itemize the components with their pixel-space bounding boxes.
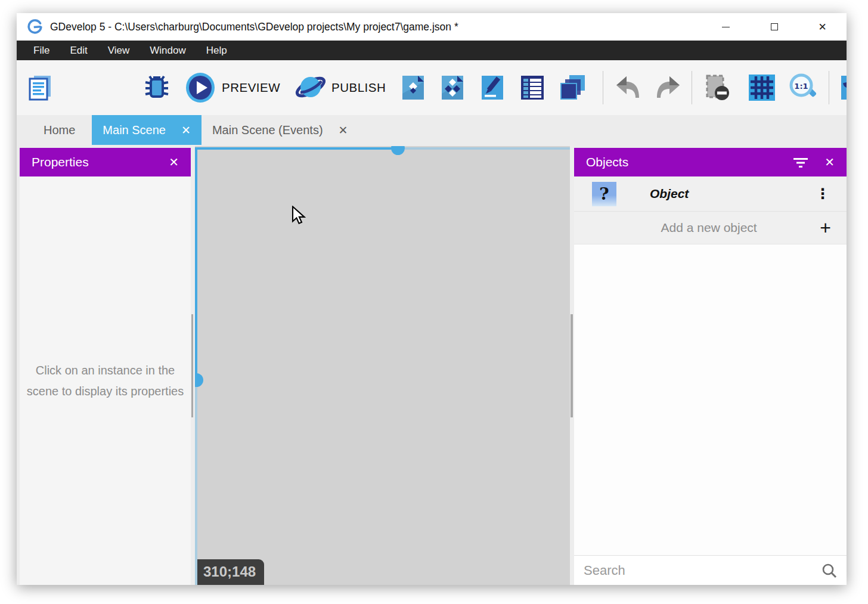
open-events-icon[interactable] xyxy=(519,74,546,101)
resize-handle-top[interactable] xyxy=(391,146,405,155)
properties-panel: Properties ✕ Click on an instance in the… xyxy=(20,148,191,585)
objects-close-icon[interactable]: ✕ xyxy=(824,155,835,169)
game-window-border-top xyxy=(195,147,398,150)
tab-label: Main Scene xyxy=(103,123,166,137)
app-window: GDevelop 5 - C:\Users\charburg\Documents… xyxy=(17,13,847,585)
publish-button[interactable]: PUBLISH xyxy=(294,72,386,103)
tab-label: Main Scene (Events) xyxy=(212,123,323,137)
menu-edit[interactable]: Edit xyxy=(60,41,97,60)
menu-window[interactable]: Window xyxy=(140,41,196,60)
tab-bar: Home Main Scene ✕ Main Scene (Events) ✕ xyxy=(17,115,847,145)
search-icon[interactable] xyxy=(822,563,837,578)
preview-button[interactable]: PREVIEW xyxy=(185,72,280,103)
maximize-button[interactable] xyxy=(750,13,798,41)
tab-main-scene-events[interactable]: Main Scene (Events) ✕ xyxy=(202,115,359,145)
object-list-item[interactable]: ? Object ⋮ xyxy=(574,176,847,212)
publish-label: PUBLISH xyxy=(331,80,386,95)
tab-close-icon[interactable]: ✕ xyxy=(181,123,191,137)
window-controls: ✕ xyxy=(702,13,847,41)
resize-handle-left[interactable] xyxy=(195,373,203,387)
objects-header: Objects ✕ xyxy=(574,148,847,176)
clear-selection-icon[interactable] xyxy=(703,74,730,101)
properties-header: Properties ✕ xyxy=(20,148,191,176)
properties-body: Click on an instance in the scene to dis… xyxy=(20,176,191,585)
grid-icon[interactable] xyxy=(748,74,776,101)
tab-label: Home xyxy=(44,123,75,137)
add-object-label: Add a new object xyxy=(574,221,820,235)
properties-close-icon[interactable]: ✕ xyxy=(169,155,179,169)
right-scrollbar-track xyxy=(570,145,574,585)
minimize-button[interactable] xyxy=(702,13,750,41)
preview-label: PREVIEW xyxy=(222,80,280,95)
object-name: Object xyxy=(650,187,689,201)
tools-icon[interactable] xyxy=(838,74,847,101)
object-thumbnail-icon: ? xyxy=(592,182,616,206)
redo-icon[interactable] xyxy=(655,74,682,101)
objects-title: Objects xyxy=(586,155,628,169)
add-object-button[interactable]: Add a new object + xyxy=(574,212,847,244)
add-icon: + xyxy=(820,218,831,237)
editor-content: Properties ✕ Click on an instance in the… xyxy=(17,145,847,585)
mouse-cursor xyxy=(291,206,309,225)
tab-main-scene[interactable]: Main Scene ✕ xyxy=(92,115,202,145)
gdevelop-logo-icon xyxy=(27,19,43,35)
game-window-border-left-faded xyxy=(195,380,197,585)
preview-play-icon xyxy=(185,72,216,103)
left-scrollbar-thumb[interactable] xyxy=(191,314,193,417)
objects-list-empty-area xyxy=(574,244,847,555)
minimize-icon xyxy=(722,27,730,27)
undo-icon[interactable] xyxy=(614,74,641,101)
object-more-icon[interactable]: ⋮ xyxy=(816,185,830,202)
debug-icon[interactable] xyxy=(143,74,170,101)
objects-panel: Objects ✕ ? Object ⋮ Add a new object + xyxy=(574,148,847,585)
publish-globe-icon xyxy=(294,72,326,103)
menu-bar: File Edit View Window Help xyxy=(17,41,847,60)
zoom-original-icon[interactable]: 1:1 xyxy=(789,73,819,103)
game-window-border-left xyxy=(195,147,197,380)
instances-list-icon[interactable] xyxy=(559,74,586,101)
scene-canvas[interactable]: 310;148 xyxy=(195,146,570,585)
properties-title: Properties xyxy=(32,155,89,169)
scene-editor-icon[interactable] xyxy=(399,74,427,101)
title-bar: GDevelop 5 - C:\Users\charburg\Documents… xyxy=(17,13,847,41)
toolbar: PREVIEW PUBLISH xyxy=(17,60,847,115)
close-icon: ✕ xyxy=(818,22,826,32)
toolbar-separator xyxy=(829,71,829,104)
menu-help[interactable]: Help xyxy=(196,41,237,60)
left-scrollbar-track xyxy=(191,145,195,585)
menu-view[interactable]: View xyxy=(98,41,140,60)
menu-file[interactable]: File xyxy=(23,41,60,60)
toolbar-separator xyxy=(603,71,603,104)
edit-scene-properties-icon[interactable] xyxy=(479,74,506,101)
game-window-border-top-faded xyxy=(398,147,570,150)
tab-close-icon[interactable]: ✕ xyxy=(339,123,348,137)
tab-home[interactable]: Home xyxy=(27,115,92,145)
toolbar-separator xyxy=(692,71,692,104)
properties-empty-message: Click on an instance in the scene to dis… xyxy=(26,360,185,402)
close-button[interactable]: ✕ xyxy=(798,13,847,41)
cursor-coordinates-badge: 310;148 xyxy=(197,559,264,585)
filter-icon[interactable] xyxy=(793,157,808,168)
svg-text:1:1: 1:1 xyxy=(795,82,808,91)
window-title: GDevelop 5 - C:\Users\charburg\Documents… xyxy=(50,21,458,33)
search-input[interactable] xyxy=(584,563,822,578)
objects-search-bar xyxy=(574,555,847,585)
project-manager-icon[interactable] xyxy=(27,74,54,101)
right-scrollbar-thumb[interactable] xyxy=(571,314,573,417)
maximize-icon xyxy=(771,23,778,30)
external-layout-icon[interactable] xyxy=(439,74,466,101)
